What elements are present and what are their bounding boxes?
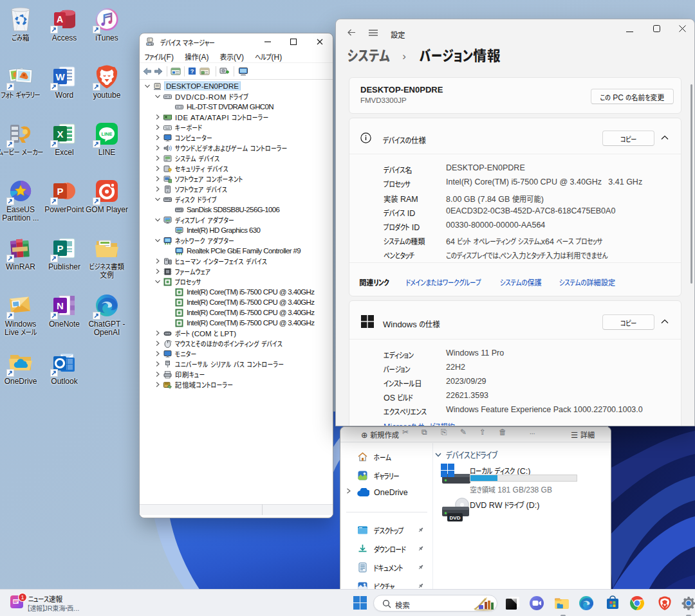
svg-text:DVD: DVD	[450, 515, 461, 521]
svg-text:X: X	[57, 129, 63, 140]
svg-text:A: A	[57, 14, 63, 24]
svg-text:LINE: LINE	[101, 131, 112, 137]
svg-text:?: ?	[190, 68, 194, 75]
svg-text:P: P	[57, 243, 63, 254]
svg-text:1: 1	[21, 594, 24, 601]
svg-text:P: P	[57, 186, 63, 197]
svg-text:N: N	[57, 300, 64, 311]
svg-text:W: W	[55, 71, 65, 82]
